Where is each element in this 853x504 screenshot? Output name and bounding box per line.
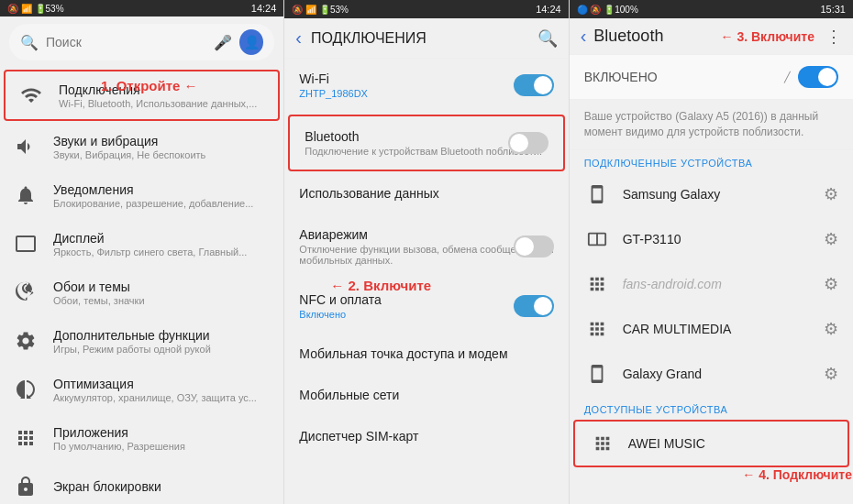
panel3-header: ‹ Bluetooth ← 3. Включите ⋮ [570,18,853,55]
menu-item-optimize[interactable]: Оптимизация Аккумулятор, хранилище, ОЗУ,… [0,366,283,414]
connections-text: Подключения Wi-Fi, Bluetooth, Использова… [59,82,257,109]
bt-device-watermark[interactable]: fans-android.com ⚙ [570,262,853,307]
bluetooth-page-title: Bluetooth [593,27,713,46]
phone-icon-1 [584,181,610,207]
annotation-3: ← 3. Включите [721,29,814,44]
tablet-icon [584,226,610,252]
search-icon-2[interactable]: 🔍 [537,28,558,49]
gear-icon-galaxy[interactable]: ⚙ [824,364,838,384]
optimize-text: Оптимизация Аккумулятор, хранилище, ОЗУ,… [53,377,257,403]
gear-icon-gtp[interactable]: ⚙ [824,229,838,249]
advanced-icon [11,326,40,356]
menu-item-sounds[interactable]: Звуки и вибрация Звуки, Вибрация, Не бес… [0,123,283,171]
apps-icon [11,423,40,453]
menu-item-advanced[interactable]: Дополнительные функции Игры, Режим работ… [0,317,283,366]
hotspot-item[interactable]: Мобильная точка доступа и модем [284,334,568,375]
nfc-toggle-switch[interactable] [514,295,554,317]
status-bar-1: 🔕 📶 🔋53% 14:24 [0,0,283,16]
hotspot-title: Мобильная точка доступа и модем [299,346,553,361]
menu-item-lockscreen[interactable]: Экран блокировки [0,463,283,504]
grid-icon-3 [590,431,615,456]
menu-item-connections[interactable]: Подключения Wi-Fi, Bluetooth, Использова… [4,70,280,121]
device-name-carmultimedia: CAR MULTIMEDIA [623,322,811,336]
mobile-item[interactable]: Мобильные сети [284,375,568,416]
wifi-toggle[interactable] [514,74,554,96]
nfc-toggle[interactable] [514,295,554,317]
wifi-item[interactable]: Wi-Fi ZHTP_1986DX [284,59,568,113]
more-icon[interactable]: ⋮ [825,27,842,47]
nfc-item[interactable]: NFC и оплата Включено [284,279,568,334]
themes-subtitle: Обои, темы, значки [53,295,145,306]
avatar[interactable]: 👤 [239,29,263,55]
datausage-item[interactable]: Использование данных [284,173,568,214]
airplane-toggle[interactable] [514,236,554,257]
connections-subtitle: Wi-Fi, Bluetooth, Использование данных,.… [59,98,257,109]
phone-icon-2 [584,361,610,387]
sounds-title: Звуки и вибрация [53,134,205,148]
apps-text: Приложения По умолчанию, Разрешения [53,425,185,452]
status-time-2: 14:24 [536,4,561,15]
bluetooth-toggle-switch[interactable] [508,132,548,154]
bluetooth-toggle[interactable] [508,132,548,154]
gear-icon-samsung[interactable]: ⚙ [824,184,838,204]
panel2-title: ПОДКЛЮЧЕНИЯ [311,30,528,47]
search-bar: 🔍 🎤 👤 [9,24,274,60]
gear-icon-watermark[interactable]: ⚙ [824,274,838,294]
status-left-3: 🔵 🔕 🔋100% [577,5,638,15]
notifications-title: Уведомления [53,182,253,197]
panel2-header: ‹ ПОДКЛЮЧЕНИЯ 🔍 [284,18,568,59]
device-name-gtp: GT-P3110 [623,232,811,247]
grid-icon-2 [584,316,610,342]
display-icon [11,229,40,258]
bt-device-galaxygrand[interactable]: Galaxy Grand ⚙ [570,352,853,397]
bt-enabled-bar: ВКЛЮЧЕНО ╱ [570,55,853,100]
sim-item[interactable]: Диспетчер SIM-карт [284,416,568,457]
bt-device-awei[interactable]: AWEI MUSIC ← 4. Подключите [573,420,849,467]
advanced-text: Дополнительные функции Игры, Режим работ… [53,328,211,355]
lockscreen-text: Экран блокировки [53,479,161,494]
gear-icon-car[interactable]: ⚙ [824,319,838,339]
bt-device-gtp3110[interactable]: GT-P3110 ⚙ [570,217,853,262]
device-name-samsung: Samsung Galaxy [623,187,811,202]
sim-title: Диспетчер SIM-карт [299,429,553,444]
bt-enabled-label: ВКЛЮЧЕНО [584,70,784,84]
toggle-label: ╱ [784,71,791,83]
airplane-toggle-switch[interactable] [514,236,554,257]
wifi-toggle-switch[interactable] [514,74,554,96]
mobile-title: Мобильные сети [299,388,553,402]
connections-title: Подключения [59,82,257,97]
status-left-1: 🔕 📶 🔋53% [7,4,64,14]
connections-icon [17,81,46,110]
advanced-title: Дополнительные функции [53,328,211,343]
themes-icon [11,278,40,307]
notifications-text: Уведомления Блокирование, разрешение, до… [53,182,253,209]
bt-main-toggle[interactable] [798,66,838,88]
search-input[interactable] [46,35,206,49]
status-time-1: 14:24 [251,3,277,14]
lockscreen-title: Экран блокировки [53,479,161,494]
display-title: Дисплей [53,231,247,246]
bt-device-samsung[interactable]: Samsung Galaxy ⚙ [570,172,853,217]
display-text: Дисплей Яркость, Фильтр синего света, Гл… [53,231,247,257]
sounds-text: Звуки и вибрация Звуки, Вибрация, Не бес… [53,134,205,160]
search-icon: 🔍 [20,34,39,51]
mic-icon: 🎤 [214,34,232,51]
advanced-subtitle: Игры, Режим работы одной рукой [53,344,211,355]
sounds-icon [11,132,40,161]
connected-section-label: ПОДКЛЮЧЕННЫЕ УСТРОЙСТВА [570,150,853,172]
bt-device-carmultimedia[interactable]: CAR MULTIMEDIA ⚙ [570,307,853,352]
panel2-connections: 🔕 📶 🔋53% 14:24 ‹ ПОДКЛЮЧЕНИЯ 🔍 Wi-Fi ZHT… [284,0,569,504]
device-name-awei: AWEI MUSIC [628,436,833,451]
airplane-item[interactable]: Авиарежим Отключение функции вызова, обм… [284,214,568,279]
menu-item-apps[interactable]: Приложения По умолчанию, Разрешения [0,414,283,463]
back-button-2[interactable]: ‹ [295,27,302,49]
back-button-3[interactable]: ‹ [581,26,587,47]
bt-description: Ваше устройство (Galaxy A5 (2016)) в дан… [570,100,853,150]
device-name-galaxygrand: Galaxy Grand [623,367,811,381]
bluetooth-item[interactable]: Bluetooth Подключение к устройствам Blue… [288,115,564,171]
datausage-title: Использование данных [299,186,553,201]
menu-item-display[interactable]: Дисплей Яркость, Фильтр синего света, Гл… [0,220,283,268]
notifications-icon [11,181,40,210]
menu-item-notifications[interactable]: Уведомления Блокирование, разрешение, до… [0,171,283,220]
menu-item-themes[interactable]: Обои и темы Обои, темы, значки [0,268,283,317]
